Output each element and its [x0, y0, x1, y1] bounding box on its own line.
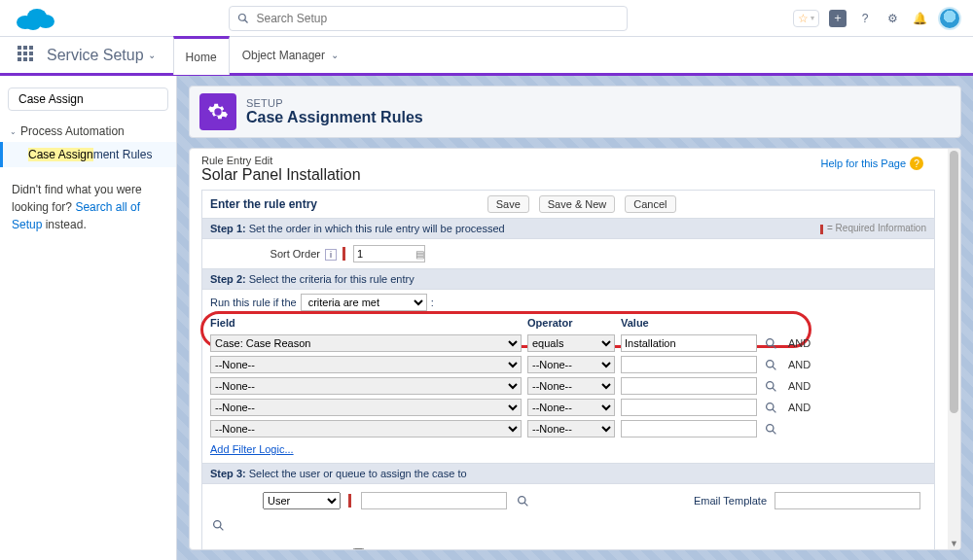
- email-template-label: Email Template: [694, 495, 767, 507]
- lookup-icon[interactable]: [763, 335, 778, 351]
- setup-gear-icon[interactable]: ⚙: [883, 10, 901, 27]
- page-header-sub: SETUP: [246, 97, 423, 109]
- app-name: Service Setup: [47, 47, 144, 64]
- tree-section-process-automation[interactable]: ⌄ Process Automation: [0, 117, 176, 142]
- svg-line-21: [220, 527, 223, 530]
- svg-line-11: [773, 367, 775, 369]
- criteria-and-3: AND: [788, 380, 823, 392]
- do-not-reassign-checkbox[interactable]: [352, 548, 365, 549]
- add-button[interactable]: ＋: [829, 10, 847, 27]
- lookup-icon[interactable]: [210, 517, 226, 533]
- stepper-icon[interactable]: ▤: [415, 249, 424, 260]
- page-header: SETUP Case Assignment Rules: [189, 86, 961, 138]
- quick-find-input[interactable]: [18, 92, 164, 106]
- help-link[interactable]: Help for this Page?: [821, 157, 923, 170]
- run-rule-select[interactable]: criteria are met: [301, 294, 427, 311]
- criteria-area: Run this rule if the criteria are met : …: [201, 290, 935, 464]
- help-icon: ?: [910, 157, 923, 170]
- col-value: Value: [621, 317, 757, 331]
- app-launcher-icon[interactable]: [18, 46, 37, 65]
- favorites-button[interactable]: ☆▾: [793, 10, 819, 27]
- criteria-and-2: AND: [788, 359, 823, 370]
- user-avatar[interactable]: [938, 7, 961, 30]
- svg-point-10: [766, 360, 773, 367]
- main-content: SETUP Case Assignment Rules Rule Entry E…: [177, 76, 973, 560]
- criteria-field-3[interactable]: --None--: [210, 377, 522, 395]
- detail-panel: Rule Entry Edit Solar Panel Installation…: [189, 148, 961, 550]
- cancel-button[interactable]: Cancel: [625, 195, 675, 213]
- assign-user-input[interactable]: [361, 492, 507, 509]
- tab-home[interactable]: Home: [173, 36, 230, 75]
- header-actions: ☆▾ ＋ ? ⚙ 🔔: [793, 7, 965, 30]
- criteria-op-2[interactable]: --None--: [527, 356, 615, 373]
- criteria-field-2[interactable]: --None--: [210, 356, 522, 373]
- svg-line-17: [773, 431, 775, 434]
- setup-gear-icon: [199, 93, 236, 130]
- criteria-grid: Field Operator Value Case: Case Reason e…: [210, 317, 926, 438]
- chevron-down-icon: ⌄: [331, 50, 339, 60]
- svg-line-5: [244, 19, 247, 22]
- salesforce-logo: [14, 5, 56, 32]
- save-and-new-button[interactable]: Save & New: [539, 195, 616, 213]
- sort-order-input[interactable]: [353, 245, 425, 262]
- svg-line-15: [773, 409, 775, 412]
- notifications-icon[interactable]: 🔔: [911, 10, 928, 27]
- criteria-field-1[interactable]: Case: Case Reason: [210, 334, 522, 352]
- lookup-icon[interactable]: [763, 421, 778, 437]
- info-icon[interactable]: i: [325, 249, 337, 261]
- panel-scrollbar[interactable]: ▲ ▼: [948, 149, 960, 549]
- chevron-down-icon: ⌄: [10, 127, 17, 136]
- lookup-icon[interactable]: [515, 493, 530, 508]
- svg-point-18: [518, 496, 524, 503]
- required-indicator: [342, 247, 345, 261]
- svg-point-14: [766, 402, 773, 409]
- criteria-and-4: AND: [788, 402, 823, 413]
- criteria-value-3[interactable]: [621, 377, 757, 395]
- quick-find-no-result: Didn't find what you were looking for? S…: [0, 167, 176, 247]
- save-button[interactable]: Save: [487, 195, 529, 213]
- tab-object-manager[interactable]: Object Manager⌄: [230, 36, 351, 75]
- section-enter-rule-entry: Enter the rule entry Save Save & New Can…: [201, 190, 935, 219]
- lookup-icon[interactable]: [763, 400, 778, 415]
- criteria-field-5[interactable]: --None--: [210, 420, 522, 438]
- global-header: ☆▾ ＋ ? ⚙ 🔔: [0, 0, 973, 37]
- email-template-input[interactable]: [775, 492, 920, 509]
- criteria-value-5[interactable]: [621, 420, 757, 438]
- criteria-op-1[interactable]: equals: [527, 334, 615, 352]
- criteria-field-4[interactable]: --None--: [210, 399, 522, 416]
- scroll-down-icon[interactable]: ▼: [948, 538, 960, 549]
- app-nav: Service Setup ⌄ Home Object Manager⌄: [0, 37, 973, 76]
- assign-type-select[interactable]: User: [263, 492, 341, 509]
- step2-header: Step 2: Select the criteria for this rul…: [201, 269, 935, 290]
- criteria-value-4[interactable]: [621, 399, 757, 416]
- svg-point-20: [213, 520, 220, 527]
- tree-item-case-assignment-rules[interactable]: Case Assignment Rules: [0, 142, 176, 167]
- add-filter-logic-link[interactable]: Add Filter Logic...: [210, 443, 294, 455]
- quick-find[interactable]: [8, 88, 168, 111]
- sort-order-label: Sort Order i: [210, 248, 337, 261]
- svg-point-12: [766, 381, 773, 388]
- global-search[interactable]: [229, 6, 628, 31]
- help-icon[interactable]: ?: [856, 10, 874, 27]
- col-field: Field: [210, 317, 522, 331]
- assign-row: User Email Template Do Not Reassign Owne…: [201, 484, 935, 549]
- svg-point-8: [766, 338, 773, 345]
- lookup-icon[interactable]: [763, 357, 778, 372]
- step1-header: Step 1: Set the order in which this rule…: [201, 219, 935, 239]
- criteria-op-3[interactable]: --None--: [527, 377, 615, 395]
- scroll-thumb[interactable]: [950, 151, 958, 413]
- page-header-title: Case Assignment Rules: [246, 109, 423, 126]
- setup-sidebar: ⌄ Process Automation Case Assignment Rul…: [0, 76, 177, 560]
- do-not-reassign-label: Do Not Reassign Owner: [369, 549, 485, 550]
- criteria-value-1[interactable]: [621, 334, 757, 352]
- criteria-value-2[interactable]: [621, 356, 757, 373]
- required-info-note: = Required Information: [820, 223, 926, 233]
- global-search-input[interactable]: [257, 12, 619, 25]
- lookup-icon[interactable]: [763, 378, 778, 394]
- svg-line-9: [773, 345, 775, 348]
- criteria-and-1: AND: [788, 337, 823, 349]
- star-icon: ☆: [798, 12, 809, 25]
- criteria-op-5[interactable]: --None--: [527, 420, 615, 438]
- app-menu-caret[interactable]: ⌄: [148, 50, 156, 60]
- criteria-op-4[interactable]: --None--: [527, 399, 615, 416]
